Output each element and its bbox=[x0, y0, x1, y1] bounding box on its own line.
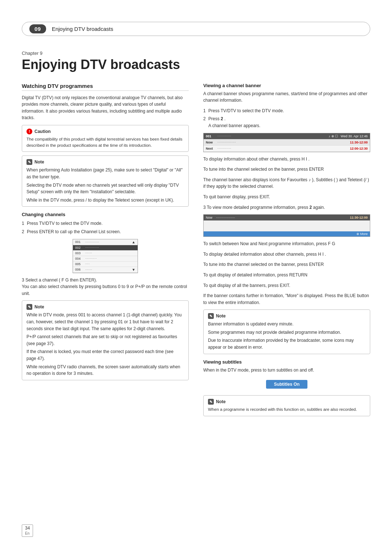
note2-label: Note bbox=[34, 304, 44, 310]
step-2: 2 Press ENTER to call up the Channel Lis… bbox=[22, 228, 189, 235]
note3-box: ✎ Note Banner information is updated eve… bbox=[203, 309, 370, 354]
banner-instr-1: To display information about other chann… bbox=[203, 156, 370, 163]
note2-line2: P+/P cannot select channels that are set… bbox=[26, 333, 184, 347]
note2-line3: If the channel is locked, you must enter… bbox=[26, 348, 184, 362]
note2-line1: While in DTV mode, press 001 to access c… bbox=[26, 312, 184, 332]
left-column: Watching DTV programmes Digital TV (DTV)… bbox=[22, 83, 189, 420]
note3-line2: Some programmes may not provide detailed… bbox=[208, 329, 366, 336]
right-column: Viewing a channel banner A channel banne… bbox=[203, 83, 370, 420]
step-num-2: 2 bbox=[22, 228, 24, 235]
step-num-1: 1 bbox=[22, 220, 24, 227]
note1-label: Note bbox=[34, 159, 44, 165]
note2-icon: ✎ bbox=[26, 304, 32, 310]
caution-header: ! Caution bbox=[26, 128, 184, 135]
caution-box: ! Caution The compatibility of this prod… bbox=[22, 125, 189, 152]
detail-banner-body bbox=[204, 220, 370, 231]
changing-channels-steps: 1 Press TV/DTV to select the DTV mode. 2… bbox=[22, 220, 189, 235]
subtitles-button-wrapper: Subtitles On bbox=[203, 377, 370, 392]
banner-steps: 1 Press TV/DTV to select the DTV mode. 2… bbox=[203, 108, 370, 129]
note4-label: Note bbox=[216, 398, 226, 405]
banner-instr-2: To tune into the channel selected on the… bbox=[203, 166, 370, 173]
note1-line1: When performing Auto Installation (page … bbox=[26, 167, 184, 180]
caution-icon: ! bbox=[26, 129, 32, 134]
viewing-banner-intro: A channel banner shows programme names, … bbox=[203, 90, 370, 104]
note1-line2: Selecting the DTV mode when no channels … bbox=[26, 182, 184, 195]
banner-next-row: Next ············ 12:00-12:30 bbox=[204, 146, 370, 152]
note4-box: ✎ Note When a programme is recorded with… bbox=[203, 395, 370, 416]
detail-banner-footer: ⊕ More bbox=[204, 231, 370, 236]
note2-line4: While receiving DTV radio channels, the … bbox=[26, 364, 184, 377]
caution-label: Caution bbox=[34, 128, 51, 135]
note3-label: Note bbox=[216, 313, 226, 319]
ch-row-3: 003 ······ bbox=[73, 251, 138, 256]
note4-text: When a programme is recorded with this f… bbox=[208, 406, 366, 413]
detail-instr-5: To quit display of all the banners, pres… bbox=[203, 282, 370, 289]
ch-row-1: 001 ············ ▲ bbox=[73, 239, 138, 245]
detail-instr-3: To tune into the channel selected on the… bbox=[203, 261, 370, 268]
step-1: 1 Press TV/DTV to select the DTV mode. bbox=[22, 220, 189, 227]
detail-banner-header: Now ····················· 11:30-12:00 bbox=[204, 215, 370, 220]
note2-box: ✎ Note While in DTV mode, press 001 to a… bbox=[22, 300, 189, 380]
note3-header: ✎ Note bbox=[208, 313, 366, 319]
banner-now-row: Now ················ 11:30-12:00 bbox=[204, 139, 370, 146]
page-num-text: 34 bbox=[25, 526, 30, 531]
chapter-heading: Enjoying DTV broadcasts bbox=[22, 57, 370, 72]
ch-row-2: 002 ············ bbox=[73, 245, 138, 251]
step3-text: 3 Select a channel ( F G then ENTER). Yo… bbox=[22, 277, 189, 297]
detail-instr-4: To quit display of detailed information,… bbox=[203, 272, 370, 279]
detail-instr-6: If the banner contains further in format… bbox=[203, 292, 370, 306]
detail-instr-2: To display detailed information about ot… bbox=[203, 251, 370, 258]
caution-text: The compatibility of this product with d… bbox=[26, 136, 184, 149]
header-bar: 09 Enjoying DTV broadcasts bbox=[22, 22, 370, 36]
chapter-num: 09 bbox=[29, 24, 46, 33]
banner-step-1: 1 Press TV/DTV to select the DTV mode. bbox=[203, 108, 370, 114]
subtitles-intro: When in the DTV mode, press to turn subt… bbox=[203, 367, 370, 374]
note1-line3: While in the DTV mode, press / to displa… bbox=[26, 197, 184, 204]
ch-row-6: 006 ······ ▼ bbox=[73, 267, 138, 273]
viewing-banner-title: Viewing a channel banner bbox=[203, 83, 370, 88]
section-title-watching: Watching DTV programmes bbox=[22, 83, 189, 91]
note4-header: ✎ Note bbox=[208, 398, 366, 405]
subtitles-on-button[interactable]: Subtitles On bbox=[266, 380, 308, 389]
note3-line3: Due to inaccurate information provided b… bbox=[208, 337, 366, 351]
chapter-label: Chapter 9 bbox=[22, 50, 370, 56]
viewing-subtitles-title: Viewing subtitles bbox=[203, 359, 370, 365]
channel-list-mockup: 001 ············ ▲ 002 ············ 003 … bbox=[73, 239, 138, 273]
banner-header-row: 001 ············ ♪ ⊕ ☐ Wed 30. Apr 12:46 bbox=[204, 133, 370, 139]
page-wrapper: 09 Enjoying DTV broadcasts Chapter 9 Enj… bbox=[0, 0, 392, 555]
channel-banner-mockup: 001 ············ ♪ ⊕ ☐ Wed 30. Apr 12:46… bbox=[203, 133, 370, 152]
intro-text: Digital TV (DTV) not only replaces the c… bbox=[22, 94, 189, 121]
note1-box: ✎ Note When performing Auto Installation… bbox=[22, 155, 189, 207]
banner-instr-3: The channel banner also displays icons f… bbox=[203, 177, 370, 190]
note3-icon: ✎ bbox=[208, 313, 214, 319]
detail-banner-mockup: Now ····················· 11:30-12:00 ⊕ … bbox=[203, 214, 370, 237]
note2-header: ✎ Note bbox=[26, 304, 184, 310]
page-number: 34 En bbox=[22, 524, 33, 537]
banner-instr-4: To quit banner display, press EXIT. bbox=[203, 194, 370, 200]
changing-channels-title: Changing channels bbox=[22, 212, 189, 217]
ch-row-5: 005 ···· bbox=[73, 262, 138, 267]
two-column-layout: Watching DTV programmes Digital TV (DTV)… bbox=[22, 83, 370, 420]
note1-header: ✎ Note bbox=[26, 159, 184, 165]
header-title: Enjoying DTV broadcasts bbox=[52, 26, 113, 32]
note1-icon: ✎ bbox=[26, 159, 32, 165]
banner-step-2: 2 Press 2 .A channel banner appears. bbox=[203, 116, 370, 129]
step3-detail: 3 To view more detailed programme inform… bbox=[203, 204, 370, 211]
detail-instr-1: To switch between Now and Next programme… bbox=[203, 240, 370, 247]
note3-line1: Banner information is updated every minu… bbox=[208, 321, 366, 328]
note4-icon: ✎ bbox=[208, 399, 214, 405]
page-lang: En bbox=[25, 531, 29, 535]
ch-row-4: 004 ·········· bbox=[73, 256, 138, 262]
